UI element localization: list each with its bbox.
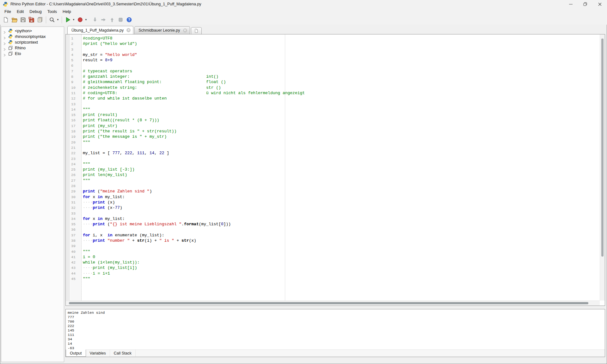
code-editor[interactable]: 1#coding=UTF82#print ("hello world")34my… [65, 34, 605, 306]
title-bar: Rhino Python Editor - C:\Users\Magdalena… [0, 0, 607, 8]
code-line: 29print ("meine Zahlen sind ") [66, 189, 599, 194]
code-line: 26print len(my_list) [66, 172, 599, 178]
save-icon[interactable] [19, 16, 27, 24]
line-number: 28 [71, 183, 76, 189]
code-line: 24""" [66, 161, 599, 167]
code-line: 10# zeichenkette string: str () [66, 85, 599, 90]
document-tabs: Übung_1_Puff_Magdalena.py ✕ Schmidbauer … [67, 26, 605, 34]
output-tab-output[interactable]: Output [66, 349, 86, 357]
tab-close-icon[interactable]: ✕ [126, 28, 131, 32]
line-number: 4 [71, 52, 73, 58]
chevron-right-icon[interactable] [3, 29, 6, 32]
chevron-right-icon[interactable] [3, 41, 6, 44]
line-number: 43 [71, 265, 76, 270]
code-line: 5result = 8+9 [66, 58, 599, 63]
restore-button[interactable] [578, 0, 592, 8]
code-line: 40""" [66, 249, 599, 254]
line-number: 19 [71, 134, 76, 139]
tree-item-label: Rhino [15, 46, 26, 50]
line-number: 32 [71, 205, 76, 210]
horizontal-scrollbar[interactable] [66, 300, 600, 306]
stop-dropdown-icon[interactable]: ▼ [84, 16, 88, 24]
menu-debug[interactable]: Debug [27, 9, 44, 15]
vertical-scrollbar[interactable] [600, 34, 605, 300]
code-line: 36 [66, 227, 599, 232]
new-file-icon[interactable] [2, 16, 10, 24]
help-icon[interactable]: ? [125, 16, 133, 24]
line-number: 41 [71, 254, 76, 260]
code-line: 34for x in my_list: [66, 216, 599, 221]
tree-item-Eto[interactable]: Eto [1, 51, 64, 56]
line-number: 34 [71, 216, 76, 221]
window-title: Rhino Python Editor - C:\Users\Magdalena… [10, 2, 201, 6]
tree-item-Rhino[interactable]: Rhino [1, 45, 64, 51]
run-dropdown-icon[interactable]: ▼ [72, 16, 75, 24]
step-out-icon [108, 16, 116, 24]
code-line: 43····print (my_list[i]) [66, 265, 599, 270]
open-file-icon[interactable] [10, 16, 19, 24]
line-number: 18 [71, 129, 76, 134]
code-line: 42while (i<len(my_list)): [66, 260, 599, 265]
chevron-right-icon[interactable] [3, 46, 6, 49]
search-dropdown-icon[interactable]: ▼ [56, 16, 59, 24]
output-tab-bar: OutputVariablesCall Stack [66, 349, 605, 357]
code-line: 31····print (x) [66, 200, 599, 205]
menu-tools[interactable]: Tools [45, 9, 60, 15]
search-icon[interactable] [48, 16, 56, 24]
minimize-button[interactable] [563, 0, 578, 8]
new-tab-button[interactable] [191, 27, 202, 34]
line-number: 16 [71, 118, 76, 123]
save-as-icon[interactable] [27, 16, 36, 24]
tab-Übung_1_Puff_Magdalena.py[interactable]: Übung_1_Puff_Magdalena.py ✕ [67, 26, 133, 34]
line-number: 22 [71, 150, 76, 156]
output-panel[interactable]: meine Zahlen sind7777002221451113414-63 … [65, 309, 605, 357]
line-number: 5 [71, 58, 73, 63]
line-number: 17 [71, 123, 76, 129]
output-line: 14 [68, 342, 603, 346]
line-number: 31 [71, 200, 76, 205]
output-console[interactable]: meine Zahlen sind7777002221451113414-63 [66, 309, 605, 352]
tree-item-scriptcontext[interactable]: scriptcontext [1, 39, 64, 45]
line-number: 1 [71, 36, 73, 41]
tab-label: Schmidbauer Leonie.py [138, 28, 180, 33]
output-tab-call-stack[interactable]: Call Stack [110, 350, 136, 357]
line-number: 14 [71, 107, 76, 112]
code-line: 12# for und while ist dasselbe unten [66, 96, 599, 101]
code-line: 16print float((result * (8 + 7))) [66, 118, 599, 123]
toolbar-separator [62, 16, 62, 23]
horizontal-scrollbar-thumb[interactable] [69, 302, 588, 304]
run-icon[interactable] [64, 16, 72, 24]
code-text[interactable]: 1#coding=UTF82#print ("hello world")34my… [66, 36, 599, 300]
code-line: 1#coding=UTF8 [66, 36, 599, 41]
code-line: 7# typecast operators [66, 69, 599, 74]
code-line: 30for x in my_list: [66, 194, 599, 200]
tab-Schmidbauer Leonie.py[interactable]: Schmidbauer Leonie.py ✕ [134, 26, 190, 34]
line-number: 12 [71, 96, 76, 101]
tab-close-icon[interactable]: ✕ [183, 28, 187, 33]
tree-item-label: <python> [15, 28, 32, 33]
code-line: 4my_str = "hello world" [66, 52, 599, 58]
output-tab-variables[interactable]: Variables [86, 350, 110, 357]
chevron-right-icon[interactable] [3, 35, 6, 38]
python-icon [8, 34, 13, 39]
menu-file[interactable]: File [2, 9, 14, 15]
output-line: 145 [68, 328, 603, 333]
menu-help[interactable]: Help [60, 9, 74, 15]
line-number: 9 [71, 79, 73, 85]
stop-icon[interactable] [76, 16, 84, 24]
close-button[interactable] [592, 0, 607, 8]
tree-item-label: scriptcontext [15, 40, 38, 45]
editor-area: Übung_1_Puff_Magdalena.py ✕ Schmidbauer … [65, 26, 605, 362]
python-logo-icon [3, 2, 8, 7]
python-icon [8, 40, 13, 45]
toolbar-separator [46, 16, 46, 23]
code-line: 2#print ("hello world") [66, 41, 599, 46]
vertical-scrollbar-thumb[interactable] [601, 39, 604, 257]
code-line: 21 [66, 145, 599, 150]
print-icon[interactable] [36, 16, 44, 24]
chevron-right-icon[interactable] [3, 52, 6, 55]
tree-item-rhinoscriptsyntax[interactable]: rhinoscriptsyntax [1, 33, 64, 39]
tree-item-python[interactable]: <python> [1, 28, 64, 33]
line-number: 13 [71, 101, 76, 107]
menu-edit[interactable]: Edit [14, 9, 27, 15]
